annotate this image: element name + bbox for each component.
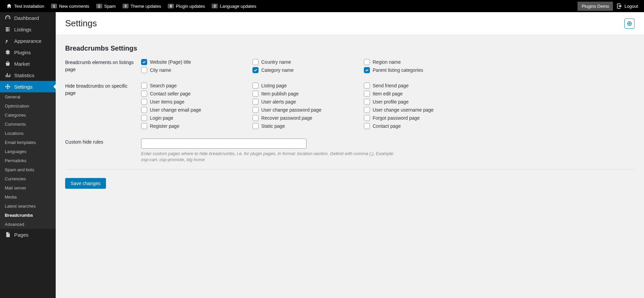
submenu-item-permalinks[interactable]: Permalinks	[0, 156, 56, 165]
sidebar-item-plugins[interactable]: Plugins	[0, 47, 56, 58]
sidebar-item-dashboard[interactable]: Dashboard	[0, 12, 56, 24]
checkbox[interactable]	[141, 59, 147, 65]
breadcrumb-element-option[interactable]: Parent listing categories	[364, 67, 475, 73]
checkbox[interactable]	[141, 123, 147, 129]
topbar-notif-label: Theme updates	[131, 4, 161, 9]
page-title: Settings	[65, 18, 97, 29]
sidebar-item-pages[interactable]: Pages	[0, 229, 56, 240]
hide-page-option[interactable]: User change password page	[252, 107, 364, 113]
logout-button[interactable]: Logout	[613, 0, 641, 12]
hide-page-option[interactable]: Search page	[141, 83, 252, 89]
submenu-item-mail-server[interactable]: Mail server	[0, 183, 56, 192]
checkbox[interactable]	[141, 115, 147, 121]
checkbox[interactable]	[252, 83, 259, 89]
badge: 1	[96, 4, 102, 8]
topbar-site[interactable]: Test installation	[3, 0, 48, 12]
submenu-item-currencies[interactable]: Currencies	[0, 174, 56, 183]
sidebar-item-label: Settings	[14, 84, 32, 90]
sidebar-item-label: Appearance	[14, 38, 42, 44]
checkbox[interactable]	[141, 91, 147, 97]
page-header: Settings	[56, 12, 644, 35]
hide-page-option[interactable]: User items page	[141, 99, 252, 105]
submenu-item-comments[interactable]: Comments	[0, 120, 56, 129]
hide-page-option[interactable]: User change username page	[364, 107, 475, 113]
hide-page-option[interactable]: Contact seller page	[141, 91, 252, 97]
content: Breadcrumbs Settings Breadcrumb elements…	[56, 35, 644, 198]
checkbox[interactable]	[252, 123, 259, 129]
sidebar-item-label: Listings	[14, 27, 31, 32]
submenu-item-optimization[interactable]: Optimization	[0, 101, 56, 111]
breadcrumb-element-option[interactable]: Category name	[252, 67, 364, 73]
sidebar-item-market[interactable]: Market	[0, 58, 56, 69]
submenu-item-general[interactable]: General	[0, 92, 56, 101]
hide-page-option[interactable]: Recover password page	[252, 115, 364, 121]
checkbox[interactable]	[252, 99, 259, 105]
submenu-item-languages[interactable]: Languages	[0, 147, 56, 156]
hide-page-option[interactable]: User change email page	[141, 107, 252, 113]
submenu-item-advanced[interactable]: Advanced	[0, 220, 56, 229]
checkbox[interactable]	[364, 91, 370, 97]
breadcrumb-element-option[interactable]: Region name	[364, 59, 475, 65]
plugins-demo-button[interactable]: Plugins Demo	[578, 2, 613, 11]
hide-page-option[interactable]: Listing page	[252, 83, 364, 89]
main: Settings Breadcrumbs Settings Breadcrumb…	[56, 12, 644, 298]
topbar-notif-0[interactable]: 1New comments	[48, 0, 93, 12]
hide-page-option[interactable]: Contact page	[364, 123, 475, 129]
hide-page-option[interactable]: User alerts page	[252, 99, 364, 105]
checkbox-label: City name	[150, 67, 171, 73]
help-button[interactable]	[624, 19, 635, 29]
checkbox[interactable]	[252, 107, 259, 113]
save-button[interactable]: Save changes	[65, 178, 106, 189]
hide-page-option[interactable]: Register page	[141, 123, 252, 129]
hide-page-option[interactable]: Item edit page	[364, 91, 475, 97]
checkbox[interactable]	[141, 67, 147, 73]
sidebar-item-appearance[interactable]: Appearance	[0, 35, 56, 47]
topbar-notif-2[interactable]: 3Theme updates	[119, 0, 164, 12]
logout-icon	[616, 3, 622, 9]
submenu-item-latest-searches[interactable]: Latest searches	[0, 202, 56, 211]
hide-page-option[interactable]: Forgot password page	[364, 115, 475, 121]
sidebar-item-label: Plugins	[14, 50, 31, 55]
checkbox[interactable]	[364, 67, 370, 73]
breadcrumb-element-option[interactable]: Website (Page) title	[141, 59, 252, 65]
submenu-item-categories[interactable]: Categories	[0, 111, 56, 120]
checkbox[interactable]	[364, 83, 370, 89]
submenu-item-email-templates[interactable]: Email templates	[0, 138, 56, 147]
checkbox-label: Forgot password page	[373, 115, 420, 121]
sidebar-item-settings[interactable]: Settings	[0, 81, 56, 92]
hide-page-option[interactable]: Login page	[141, 115, 252, 121]
submenu-item-locations[interactable]: Locations	[0, 129, 56, 138]
checkbox-label: Item publish page	[261, 91, 299, 96]
submenu-item-breadcrumbs[interactable]: Breadcrumbs	[0, 211, 56, 220]
checkbox[interactable]	[364, 99, 370, 105]
hide-page-option[interactable]: Static page	[252, 123, 364, 129]
svg-point-1	[629, 23, 630, 24]
hide-page-option[interactable]: Item publish page	[252, 91, 364, 97]
checkbox[interactable]	[364, 115, 370, 121]
sidebar-item-listings[interactable]: Listings	[0, 24, 56, 35]
topbar-notif-3[interactable]: 8Plugin updates	[164, 0, 208, 12]
submenu-item-spam-and-bots[interactable]: Spam and bots	[0, 165, 56, 174]
checkbox[interactable]	[141, 107, 147, 113]
checkbox-label: Listing page	[261, 83, 287, 88]
topbar-notif-1[interactable]: 1Spam	[93, 0, 119, 12]
checkbox[interactable]	[141, 99, 147, 105]
checkbox-label: Contact seller page	[150, 91, 191, 96]
breadcrumb-element-option[interactable]: Country name	[252, 59, 364, 65]
checkbox[interactable]	[252, 91, 259, 97]
checkbox-label: Register page	[150, 123, 179, 129]
checkbox[interactable]	[252, 59, 259, 65]
breadcrumb-element-option[interactable]: City name	[141, 67, 252, 73]
checkbox[interactable]	[141, 83, 147, 89]
custom-rules-input[interactable]	[141, 139, 306, 149]
checkbox[interactable]	[364, 59, 370, 65]
checkbox[interactable]	[364, 107, 370, 113]
checkbox[interactable]	[252, 67, 259, 73]
checkbox[interactable]	[364, 123, 370, 129]
topbar-notif-4[interactable]: 2Language updates	[208, 0, 260, 12]
hide-page-option[interactable]: User profile page	[364, 99, 475, 105]
sidebar-item-statistics[interactable]: Statistics	[0, 69, 56, 81]
checkbox[interactable]	[252, 115, 259, 121]
submenu-item-media[interactable]: Media	[0, 192, 56, 202]
hide-page-option[interactable]: Send friend page	[364, 83, 475, 89]
